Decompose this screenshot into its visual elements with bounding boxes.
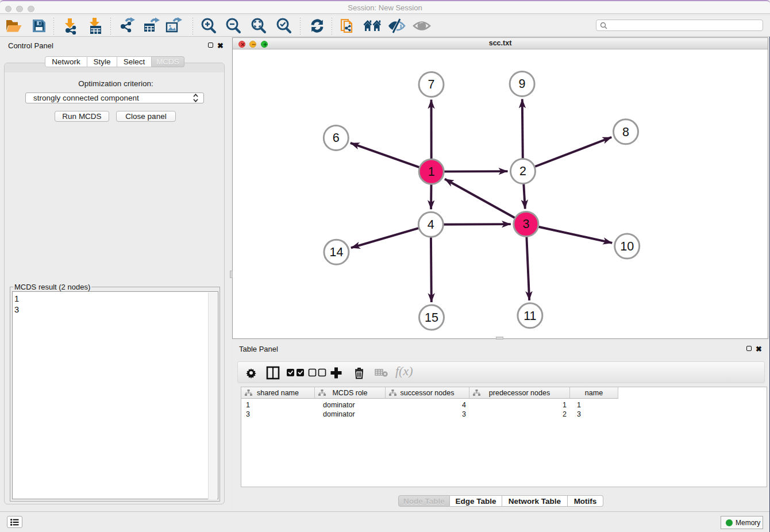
svg-text:6: 6 — [333, 131, 340, 145]
svg-text:10: 10 — [620, 240, 634, 253]
svg-text:3: 3 — [522, 217, 529, 231]
svg-text:9: 9 — [519, 77, 526, 91]
svg-text:7: 7 — [428, 78, 435, 91]
svg-text:8: 8 — [622, 125, 629, 139]
svg-text:11: 11 — [523, 309, 536, 323]
svg-text:4: 4 — [428, 218, 434, 232]
svg-text:1: 1 — [428, 165, 435, 179]
svg-text:14: 14 — [329, 245, 343, 259]
svg-text:2: 2 — [519, 164, 526, 178]
svg-text:15: 15 — [425, 311, 438, 325]
